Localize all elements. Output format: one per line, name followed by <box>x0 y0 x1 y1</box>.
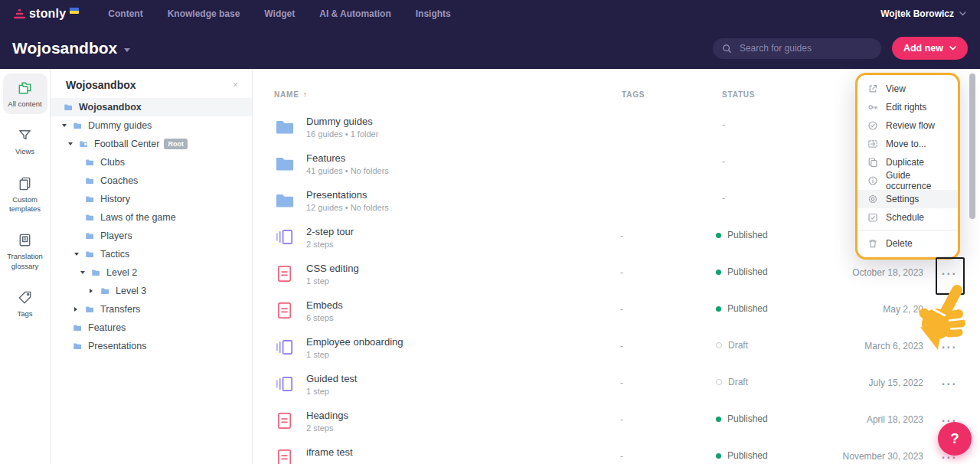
tree-item-football-center[interactable]: Football Center Root <box>51 135 252 153</box>
menu-item-duplicate[interactable]: Duplicate <box>858 153 958 172</box>
row-status: Published <box>716 450 768 461</box>
tree-item-tactics[interactable]: Tactics <box>51 245 252 263</box>
tree-item-transfers[interactable]: Transfers <box>51 300 252 319</box>
caret-down-icon[interactable] <box>62 124 72 127</box>
left-rail: All content Views Custom templates A Tra… <box>0 69 51 464</box>
row-name[interactable]: Guided test <box>306 373 358 384</box>
caret-right-icon[interactable] <box>74 307 84 312</box>
row-name[interactable]: 2-step tour <box>306 226 354 237</box>
nav-item-knowledge-base[interactable]: Knowledge base <box>168 8 240 19</box>
tree-item-coaches[interactable]: Coaches <box>51 172 252 190</box>
stonly-logo-icon <box>14 9 25 19</box>
menu-item-schedule[interactable]: Schedule <box>858 208 958 227</box>
rail-item-tags[interactable]: Tags <box>3 283 47 324</box>
tree-item-features[interactable]: Features <box>51 319 252 337</box>
tree-item-clubs[interactable]: Clubs <box>51 153 252 172</box>
user-menu[interactable]: Wojtek Borowicz <box>880 8 966 19</box>
main-nav: stonly Content Knowledge base Widget AI … <box>0 0 980 28</box>
tree-item-laws-of-the-game[interactable]: Laws of the game <box>51 208 252 227</box>
tree-item-history[interactable]: History <box>51 190 252 208</box>
menu-item-guide-occurrence[interactable]: Guide occurrence <box>858 172 958 190</box>
folder-icon <box>84 231 95 240</box>
row-name[interactable]: Embeds <box>306 299 343 311</box>
menu-item-edit-rights[interactable]: Edit rights <box>858 98 958 116</box>
tree-item-level-2[interactable]: Level 2 <box>51 263 252 282</box>
menu-item-settings[interactable]: Settings <box>858 190 958 208</box>
tree-item-dummy-guides[interactable]: Dummy guides <box>51 116 252 135</box>
sort-asc-icon[interactable]: ↑ <box>303 90 307 99</box>
workspace-switcher[interactable]: Wojosandbox <box>12 39 130 57</box>
row-name[interactable]: Headings <box>306 410 348 421</box>
user-name: Wojtek Borowicz <box>880 8 954 19</box>
caret-down-icon[interactable] <box>80 271 90 274</box>
menu-item-move-to[interactable]: Move to... <box>858 135 958 153</box>
folder-icon <box>274 190 295 211</box>
published-dot-icon <box>716 233 721 238</box>
nav-item-ai-automation[interactable]: AI & Automation <box>319 8 391 19</box>
folder-icon <box>84 213 95 222</box>
caret-down-icon[interactable] <box>74 253 84 256</box>
collapse-panel-icon[interactable]: × <box>233 80 238 90</box>
row-name[interactable]: Presentations <box>306 189 368 201</box>
menu-item-review-flow[interactable]: Review flow <box>858 116 958 135</box>
caret-right-icon[interactable] <box>90 289 100 293</box>
table-row[interactable]: iframe test - Published November 30, 202… <box>253 439 980 464</box>
menu-item-view[interactable]: View <box>858 80 958 98</box>
row-meta: 2 steps <box>306 423 333 433</box>
table-row[interactable]: CSS editing 1 step - Published October 1… <box>253 256 980 292</box>
rail-item-custom-templates[interactable]: Custom templates <box>3 169 47 220</box>
row-name[interactable]: Dummy guides <box>306 116 373 127</box>
vertical-scrollbar[interactable] <box>969 74 975 219</box>
search-bar[interactable] <box>713 38 881 59</box>
row-status: - <box>722 156 725 167</box>
rail-item-translation-glossary[interactable]: A Translation glossary <box>3 226 47 276</box>
stonly-logo[interactable]: stonly <box>14 7 79 21</box>
row-meta: 6 steps <box>306 313 333 322</box>
folder-icon <box>84 305 95 314</box>
row-more-button[interactable]: ··· <box>936 373 963 396</box>
nav-item-widget[interactable]: Widget <box>264 8 295 19</box>
row-meta: 12 guides • No folders <box>306 203 389 212</box>
published-dot-icon <box>716 453 721 459</box>
row-name[interactable]: iframe test <box>306 446 353 458</box>
add-new-button[interactable]: Add new <box>892 37 968 60</box>
folder-icon <box>63 103 74 112</box>
rail-item-label: All content <box>8 100 41 109</box>
nav-item-insights[interactable]: Insights <box>416 8 451 19</box>
tree-item-presentations[interactable]: Presentations <box>51 337 252 355</box>
caret-down-icon[interactable] <box>68 142 78 145</box>
duplicate-icon <box>867 157 878 168</box>
rail-item-label: Views <box>15 147 34 156</box>
column-name[interactable]: NAME↑ <box>274 90 307 99</box>
tree-item-players[interactable]: Players <box>51 227 252 245</box>
column-status[interactable]: STATUS <box>722 90 755 99</box>
rail-item-views[interactable]: Views <box>3 121 47 162</box>
row-meta: 1 step <box>306 276 329 286</box>
rail-item-all-content[interactable]: All content <box>3 74 47 114</box>
row-status: Published <box>716 266 768 277</box>
table-row[interactable]: Headings 2 steps - Published April 18, 2… <box>253 403 980 439</box>
help-button[interactable]: ? <box>938 422 972 456</box>
row-name[interactable]: CSS editing <box>306 263 359 274</box>
folders-icon <box>17 80 33 96</box>
nav-item-content[interactable]: Content <box>108 8 142 19</box>
menu-item-delete[interactable]: Delete <box>858 234 958 253</box>
table-row[interactable]: Guided test 1 step - Draft July 15, 2022… <box>253 366 980 403</box>
key-icon <box>867 102 878 113</box>
gear-icon <box>867 194 878 204</box>
table-row[interactable]: Employee onboarding 1 step - Draft March… <box>253 329 980 366</box>
row-name[interactable]: Features <box>306 152 345 164</box>
row-status: Draft <box>716 340 748 351</box>
tree-item-wojosandbox[interactable]: Wojosandbox <box>51 98 252 116</box>
search-input[interactable] <box>738 42 872 54</box>
column-tags[interactable]: TAGS <box>622 90 645 99</box>
row-name[interactable]: Employee onboarding <box>306 336 403 348</box>
table-row[interactable]: Embeds 6 steps - Published May 2, 20 <box>253 292 980 329</box>
row-tags: - <box>620 267 623 278</box>
folder-icon <box>72 121 83 130</box>
published-dot-icon <box>716 270 721 275</box>
workspace-bar: Wojosandbox Add new <box>0 28 980 69</box>
glossary-icon: A <box>17 232 33 248</box>
tree-item-level-3[interactable]: Level 3 <box>51 282 252 300</box>
folder-icon <box>84 250 95 259</box>
